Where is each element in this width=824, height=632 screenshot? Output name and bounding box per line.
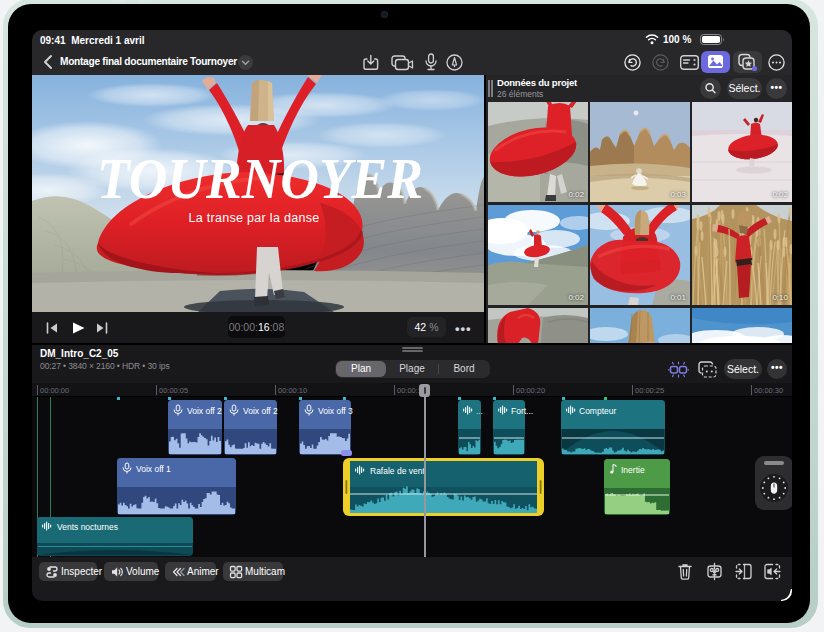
svg-text:Rafale de vent: Rafale de vent (370, 466, 425, 476)
svg-text:...: ... (476, 407, 483, 416)
svg-text:Inertie: Inertie (621, 465, 645, 475)
svg-text:Compteur: Compteur (579, 406, 616, 416)
svg-text:Voix off 2: Voix off 2 (243, 406, 278, 416)
svg-text:Voix off 2: Voix off 2 (187, 406, 222, 416)
svg-text:La transe par la danse: La transe par la danse (189, 211, 320, 225)
svg-text:Vents nocturnes: Vents nocturnes (57, 522, 118, 532)
svg-text:Voix off 3: Voix off 3 (318, 406, 353, 416)
svg-text:Fort...: Fort... (511, 406, 533, 416)
svg-text:Voix off 1: Voix off 1 (136, 464, 171, 474)
svg-text:TOURNOYER: TOURNOYER (97, 147, 423, 210)
